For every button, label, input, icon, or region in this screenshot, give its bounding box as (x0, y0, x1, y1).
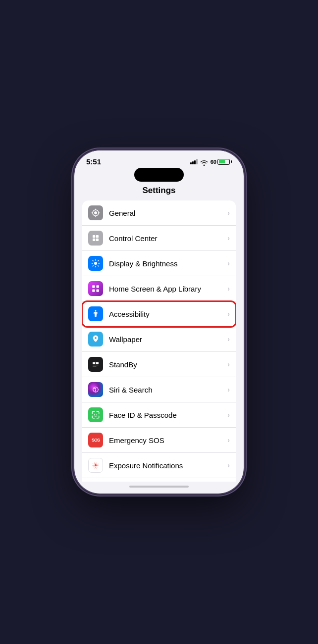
wallpaper-icon (88, 332, 103, 347)
wifi-icon (200, 159, 208, 165)
settings-item-wallpaper[interactable]: Wallpaper › (82, 327, 236, 352)
status-icons: 60 (190, 159, 232, 165)
emergency-sos-chevron: › (227, 436, 230, 444)
standby-label: StandBy (109, 360, 227, 369)
svg-rect-11 (93, 362, 95, 364)
battery-icon: 60 (211, 159, 232, 165)
face-id-icon (88, 407, 103, 422)
settings-item-exposure[interactable]: Exposure Notifications › (82, 453, 236, 478)
svg-point-16 (95, 464, 97, 467)
settings-group-1: General › Control Center › (82, 200, 236, 482)
settings-item-display[interactable]: Display & Brightness › (82, 251, 236, 276)
settings-item-general[interactable]: General › (82, 200, 236, 226)
status-time: 5:51 (86, 157, 101, 166)
control-center-icon (88, 231, 103, 246)
exposure-icon (88, 458, 103, 473)
svg-point-4 (94, 262, 97, 265)
settings-item-control-center[interactable]: Control Center › (82, 226, 236, 251)
home-screen-chevron: › (227, 285, 230, 293)
siri-icon (88, 382, 103, 397)
display-chevron: › (227, 259, 230, 267)
general-chevron: › (227, 209, 230, 217)
home-screen-label: Home Screen & App Library (109, 285, 227, 293)
svg-rect-6 (97, 285, 99, 288)
home-bar (129, 486, 189, 488)
svg-rect-5 (92, 285, 95, 288)
status-bar: 5:51 60 (74, 150, 244, 170)
wallpaper-chevron: › (227, 335, 230, 343)
control-center-label: Control Center (109, 234, 227, 243)
settings-item-face-id[interactable]: Face ID & Passcode › (82, 402, 236, 428)
control-center-chevron: › (227, 234, 230, 242)
settings-item-emergency-sos[interactable]: SOS Emergency SOS › (82, 428, 236, 453)
svg-rect-14 (93, 366, 97, 367)
battery-percent: 60 (211, 159, 216, 165)
exposure-label: Exposure Notifications (109, 461, 227, 470)
svg-rect-3 (96, 239, 99, 241)
svg-rect-12 (96, 362, 99, 364)
display-label: Display & Brightness (109, 259, 227, 268)
signal-icon (190, 159, 198, 164)
svg-rect-0 (93, 235, 95, 238)
siri-chevron: › (227, 386, 230, 394)
emergency-sos-label: Emergency SOS (109, 436, 227, 445)
settings-item-standby[interactable]: StandBy › (82, 352, 236, 377)
settings-item-siri[interactable]: Siri & Search › (82, 377, 236, 402)
svg-rect-8 (97, 290, 99, 292)
standby-icon (88, 357, 103, 372)
face-id-chevron: › (227, 411, 230, 419)
svg-rect-13 (93, 365, 99, 366)
accessibility-chevron: › (227, 310, 230, 318)
general-icon (88, 205, 103, 220)
svg-rect-7 (92, 290, 95, 292)
accessibility-label: Accessibility (109, 310, 227, 318)
phone-frame: 5:51 60 (74, 150, 244, 494)
home-indicator (74, 482, 244, 494)
svg-rect-1 (96, 235, 99, 238)
settings-item-battery[interactable]: Battery › (82, 478, 236, 482)
siri-label: Siri & Search (109, 386, 227, 394)
scroll-content[interactable]: General › Control Center › (74, 200, 244, 482)
settings-item-home-screen[interactable]: Home Screen & App Library › (82, 276, 236, 301)
exposure-chevron: › (227, 461, 230, 469)
dynamic-island (134, 168, 184, 182)
wallpaper-label: Wallpaper (109, 335, 227, 344)
standby-chevron: › (227, 360, 230, 368)
general-label: General (109, 209, 227, 217)
page-title: Settings (74, 185, 244, 200)
screen: 5:51 60 (74, 150, 244, 494)
display-icon (88, 256, 103, 271)
emergency-sos-icon: SOS (88, 433, 103, 447)
home-screen-icon (88, 281, 103, 296)
face-id-label: Face ID & Passcode (109, 411, 227, 419)
settings-item-accessibility[interactable]: Accessibility › (82, 301, 236, 327)
accessibility-icon (88, 306, 103, 321)
svg-point-10 (95, 337, 97, 339)
svg-rect-2 (93, 239, 95, 241)
svg-point-9 (95, 310, 97, 312)
